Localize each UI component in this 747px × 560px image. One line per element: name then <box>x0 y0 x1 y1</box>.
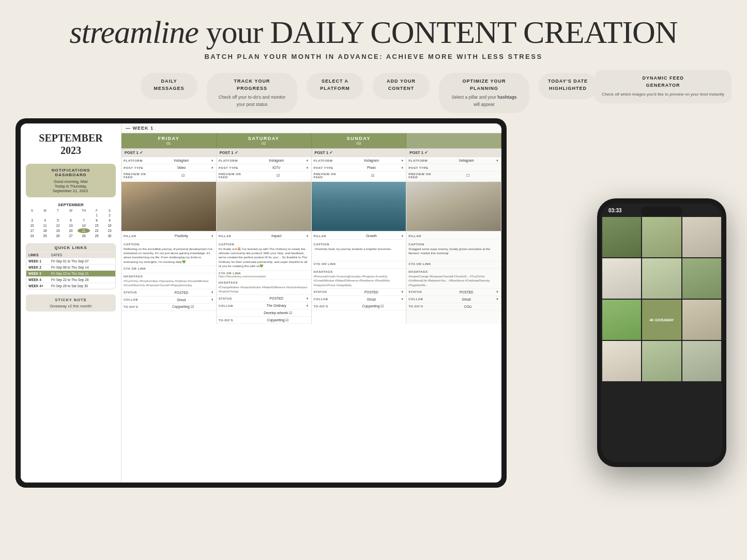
feed-cell <box>602 258 641 299</box>
status-row: STATUS POSTED ▼ <box>406 289 501 296</box>
post-section: POST 1 ✓ PLATFORM Instagram ▼ POST TYPE … <box>217 149 311 182</box>
giveaway-label: 4K GIVEAWAY <box>649 318 674 322</box>
feature-title: SELECT APLATFORM <box>316 78 354 92</box>
day-num: 03 <box>314 141 404 146</box>
ql-week1[interactable]: WEEK 1 Fri Sep 01 to Thu Sep 07 <box>26 258 115 264</box>
ql-week3-active[interactable]: WEEK 3 Fri Sep 15 to Thu Sep 21 <box>26 270 115 276</box>
sticky-content: Giveaway x2 this month! <box>50 304 92 308</box>
feature-select-platform: SELECT APLATFORM <box>307 73 363 99</box>
caption-text: Snagged some supa creamy, locally grown … <box>408 247 490 255</box>
feed-cell <box>682 341 721 381</box>
cal-day: 3 <box>26 218 38 223</box>
pillar-section: PILLAR Impact ▼ <box>217 231 311 241</box>
feed-cell <box>682 258 721 299</box>
main-content: SEPTEMBER2023 NOTIFICATIONSDASHBOARD Goo… <box>0 118 747 490</box>
preview-row: PREVIEW ON FEED ☑ <box>121 172 216 180</box>
cal-day: 28 <box>78 234 90 238</box>
caption-text: ~Positivity fuels my journey towards a b… <box>314 247 392 251</box>
pillar-row: PILLAR Positivity ▼ <box>124 232 214 240</box>
ql-week4[interactable]: WEEK 4 Fri Sep 22 to Thu Sep 28 <box>26 276 115 283</box>
cal-day: 5 <box>52 218 64 223</box>
page-header: streamline your DAILY CONTENT CREATION B… <box>0 0 747 66</box>
pillar-row: PILLAR Impact ▼ <box>219 232 309 240</box>
day-col4: POST 1 ✓ PLATFORM Instagram ▼ POST TYPE <box>406 149 501 324</box>
post-image-friday <box>121 182 216 231</box>
post-header: POST 1 ✓ <box>121 149 216 157</box>
dynamic-feed-title: DYNAMIC FEEDGENERATOR <box>602 75 724 89</box>
post-section: POST 1 ✓ PLATFORM Instagram ▼ POST TYPE <box>406 149 501 182</box>
todos-row: TO-DO'S Copywriting ☑ <box>217 317 311 324</box>
platform-row: PLATFORM Instagram ▼ <box>217 157 311 164</box>
cal-day: 16 <box>103 223 116 228</box>
cal-day: 6 <box>65 218 77 223</box>
feature-title: TRACK YOURPROGRESS <box>216 78 288 92</box>
ql-header: DATES <box>50 252 115 258</box>
week-label: — WEEK 1 <box>121 123 501 133</box>
posttype-row: POST TYPE Photo ▼ <box>312 164 406 172</box>
feature-daily-messages: DAILYMESSAGES <box>141 73 197 99</box>
collab-row: COLLAB Ghost ▼ <box>312 296 406 303</box>
pillar-section: PILLAR <box>406 231 501 241</box>
day-headers: FRIDAY01 SATURDAY02 SUNDAY03 <box>121 133 501 149</box>
feed-cell <box>682 300 721 340</box>
title-italic: streamline <box>69 14 198 50</box>
todos-row: TO-DO'S Copywriting ☑ <box>312 303 406 310</box>
day-header-saturday: SATURDAY02 <box>217 133 312 148</box>
post-header: POST 1 ✓ <box>406 149 501 157</box>
feature-optimize-planning: OPTIMIZE YOURPLANNING Select a pillar an… <box>439 73 529 113</box>
notif-title: NOTIFICATIONSDASHBOARD <box>30 168 112 177</box>
feature-add-content: ADD YOURCONTENT <box>373 73 430 99</box>
feed-cell <box>682 217 721 257</box>
feature-title: ADD YOURCONTENT <box>382 78 420 92</box>
cal-day: 17 <box>26 228 38 233</box>
status-row: STATUS POSTED ▼ <box>121 289 216 297</box>
dynamic-feed-feature: DYNAMIC FEEDGENERATOR Check off which im… <box>594 70 731 103</box>
tablet-screen: SEPTEMBER2023 NOTIFICATIONSDASHBOARD Goo… <box>21 123 501 483</box>
day-header-friday: FRIDAY01 <box>121 133 217 148</box>
feed-cell <box>602 300 641 340</box>
calendar-grid: — WEEK 1 FRIDAY01 SATURDAY02 SUNDAY03 <box>121 123 501 483</box>
feed-cell <box>602 217 641 257</box>
hashtags-section: HASHTAGS #TrueToYou #PositiveVibes #Spre… <box>121 273 216 289</box>
hashtags-section: HASHTAGS #PersonalGrowth #LearningEveryd… <box>312 269 406 289</box>
cal-day: 20 <box>65 228 77 233</box>
collab-row2: Develop artwork ☑ <box>217 309 311 317</box>
phone-notch <box>641 207 682 216</box>
day-header: S <box>26 209 38 212</box>
feed-cell <box>602 341 641 381</box>
feature-desc: Check off your to-do's and monitor your … <box>219 95 286 107</box>
day-header: F <box>90 209 103 212</box>
day-header: M <box>39 209 51 212</box>
dynamic-feed-desc: Check off which images you'd like to pre… <box>602 92 724 97</box>
caption-text: Reflecting on the incredible journey of … <box>124 247 212 263</box>
ql-week2[interactable]: WEEK 2 Fri Sep 08 to Thu Sep 14 <box>26 264 115 270</box>
phone-mockup: 03:33 4K GIVEAWAY <box>597 198 726 467</box>
phone-time: 03:33 <box>608 208 622 213</box>
ql-week4plus[interactable]: WEEK 4+ Fri Sep 29 to Sat Sep 30 <box>26 283 115 289</box>
cal-day: 23 <box>103 228 116 233</box>
post-image-saturday <box>217 182 311 231</box>
cal-day: 2 <box>103 213 116 217</box>
status-row: STATUS POSTED ▼ <box>217 295 311 302</box>
cal-day: 7 <box>78 218 90 223</box>
todos-row: TO-DO'S Copywriting ☑ <box>121 304 216 311</box>
main-title: streamline your DAILY CONTENT CREATION <box>31 14 716 50</box>
day-sunday: POST 1 ✓ PLATFORM Instagram ▼ POST TYPE … <box>312 149 407 324</box>
cal-day: 10 <box>26 223 38 228</box>
cal-day: 14 <box>78 223 90 228</box>
day-num: 02 <box>219 141 309 146</box>
posttype-row: POST TYPE IGTV ▼ <box>217 164 311 172</box>
hashtags-text: #ChangeMakers #ImpactfulAction #MakeADif… <box>219 286 308 293</box>
cal-day: 24 <box>26 234 38 238</box>
cal-day: 18 <box>39 228 51 233</box>
title-normal: your DAILY CONTENT CREATION <box>206 14 677 50</box>
feed-cell <box>642 258 681 299</box>
day-header: TH <box>78 209 90 212</box>
cal-day: 27 <box>65 234 77 238</box>
caption-section: CAPTION Snagged some supa creamy, locall… <box>406 241 501 261</box>
posttype-row: POST TYPE Video ▼ <box>121 164 216 172</box>
hashtags-text: #TrueToYou #PositiveVibes #SpreadJoy #Op… <box>124 279 208 287</box>
mini-calendar: SEPTEMBER S M T W TH F S 1 <box>26 203 116 238</box>
feed-grid: 4K GIVEAWAY <box>601 216 722 382</box>
cal-day: 9 <box>103 218 116 223</box>
